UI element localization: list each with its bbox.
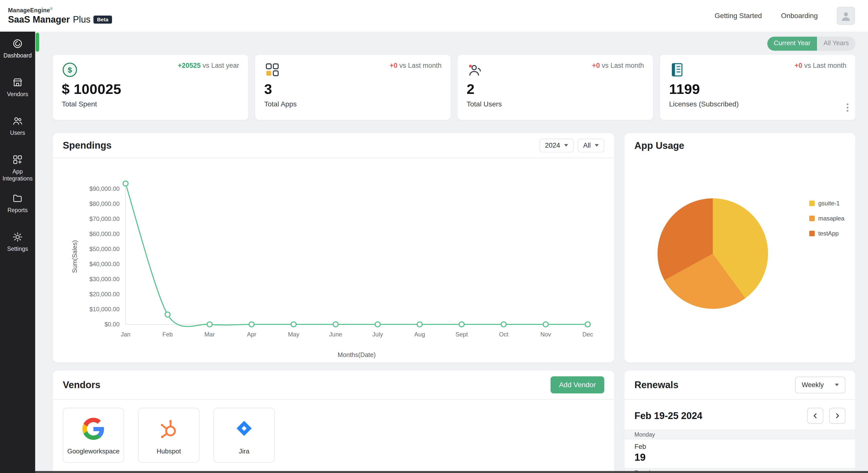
jira-logo-icon [232,417,256,440]
data-point [249,322,254,327]
sidebar-item-label: Users [10,130,25,136]
beta-badge: Beta [93,15,112,24]
stat-title: Total Apps [264,100,441,108]
sidebar-nav: Dashboard Vendors Users App Integrations… [0,32,35,473]
data-point [585,322,590,327]
x-tick-label: Aug [414,331,425,338]
renewals-period-select[interactable]: Weekly [795,377,845,393]
vendor-name: Googleworkspace [67,447,120,455]
delta-value: +20525 [178,62,201,69]
x-axis-label: Months(Date) [338,351,375,358]
app-header: ManageEngine® SaaS Manager Plus Beta Get… [0,0,868,32]
spendings-line [126,184,588,326]
stat-value: 3 [264,81,441,97]
x-tick-label: Nov [540,331,551,338]
registered-mark: ® [50,7,53,11]
prev-week-button[interactable] [807,408,823,424]
stat-delta: +0 vs Last month [795,62,846,69]
svg-text:$: $ [68,66,72,74]
delta-value: +0 [390,62,398,69]
vendors-panel: Vendors Add Vendor Googleworkspace [53,371,614,473]
delta-note: vs Last year [201,62,239,69]
all-years-button[interactable]: All Years [817,37,856,51]
apps-grid-icon [264,62,280,78]
renewals-panel: Renewals Weekly Feb 19-25 2024 Monday [624,371,856,473]
sidebar-item-users[interactable]: Users [0,109,35,148]
y-tick-label: $10,000.00 [89,306,120,313]
hubspot-logo-icon [157,417,180,440]
stat-delta: +0 vs Last month [592,62,644,69]
current-year-button[interactable]: Current Year [767,37,817,51]
sidebar-item-dashboard[interactable]: Dashboard [0,32,35,70]
x-tick-label: Mar [205,331,215,338]
onboarding-link[interactable]: Onboarding [781,12,818,20]
y-axis-label: Sum(Sales) [71,240,78,273]
year-select[interactable]: 2024 [539,138,574,152]
data-point [123,181,128,186]
renewals-title: Renewals [634,380,678,390]
sidebar-item-label: Vendors [7,91,28,98]
chevron-down-icon [835,384,839,386]
sidebar-item-app-integrations[interactable]: App Integrations [0,148,35,186]
kebab-menu-icon[interactable] [843,102,851,113]
spendings-line-chart: $0.00$10,000.00$20,000.00$30,000.00$40,0… [53,158,614,362]
delta-note: vs Last month [397,62,441,69]
folder-icon [12,193,23,204]
next-week-button[interactable] [829,408,845,424]
day-month: Feb [634,443,856,451]
storefront-icon [12,77,23,88]
legend-swatch [809,216,815,221]
app-usage-title: App Usage [634,140,684,151]
vendor-card-hubspot[interactable]: Hubspot [138,408,199,463]
stat-title: Total Users [467,100,644,108]
legend-item: gsuite-1 [809,200,844,207]
app-window: ManageEngine® SaaS Manager Plus Beta Get… [0,0,868,473]
horizontal-scrollbar[interactable] [35,471,868,473]
legend-label: testApp [818,230,839,237]
delta-note: vs Last month [600,62,644,69]
sidebar-item-label: Reports [7,207,28,214]
legend-label: masaplea [818,215,844,222]
app-usage-panel: App Usage gsuite-1 masaplea testApp [624,133,856,362]
vendor-card-googleworkspace[interactable]: Googleworkspace [63,408,124,463]
week-label: Feb 19-25 2024 [634,410,702,421]
stat-card-total-users: +0 vs Last month 2 Total Users [458,55,653,120]
users-icon [12,116,23,127]
gear-icon [12,231,23,243]
legend-label: gsuite-1 [818,200,840,207]
user-avatar[interactable] [837,7,855,25]
stat-card-total-apps: +0 vs Last month 3 Total Apps [255,55,451,120]
stat-title: Licenses (Subscribed) [669,100,846,108]
scope-select[interactable]: All [578,138,604,152]
header-right: Getting Started Onboarding [715,7,855,25]
delta-note: vs Last month [802,62,846,69]
sidebar-item-label: Settings [7,246,28,253]
sidebar-item-settings[interactable]: Settings [0,225,35,263]
vendor-card-jira[interactable]: Jira [214,408,275,463]
getting-started-link[interactable]: Getting Started [715,12,762,20]
sidebar-item-label: Dashboard [3,52,32,59]
legend-swatch [809,231,815,236]
data-point [291,322,296,327]
data-point [333,322,338,327]
week-row: Feb 19-25 2024 [624,400,856,430]
y-tick-label: $80,000.00 [89,200,120,207]
x-tick-label: Sept [455,331,468,338]
x-tick-label: July [372,331,383,338]
vendors-title: Vendors [63,380,100,390]
add-vendor-button[interactable]: Add Vendor [551,376,604,393]
stat-card-licenses: +0 vs Last month 1199 Licenses (Subscrib… [660,55,856,120]
stat-value: $ 100025 [62,81,239,97]
y-tick-label: $0.00 [104,321,120,328]
dashboard-icon [12,38,23,49]
data-point [459,322,464,327]
stat-delta: +0 vs Last month [390,62,441,69]
app-usage-pie-chart [657,198,768,309]
chevron-right-icon [833,412,841,420]
sidebar-item-vendors[interactable]: Vendors [0,70,35,109]
y-tick-label: $50,000.00 [89,246,120,252]
vendor-name: Jira [239,447,249,455]
sidebar-item-reports[interactable]: Reports [0,186,35,225]
x-tick-label: Dec [583,331,593,338]
product-title: SaaS Manager Plus Beta [8,14,112,25]
